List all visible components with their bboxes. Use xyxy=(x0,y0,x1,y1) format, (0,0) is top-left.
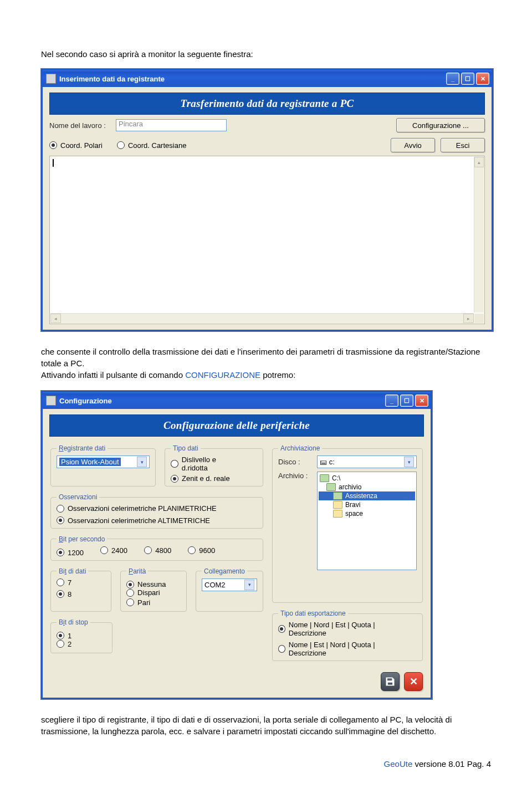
dir-assistenza[interactable]: Assistenza xyxy=(319,491,415,500)
radio-4800[interactable]: 4800 xyxy=(144,546,171,555)
radio-dispari[interactable]: Dispari xyxy=(126,588,160,597)
collegamento-select[interactable]: COM2 ▾ xyxy=(202,578,257,591)
radio-export-b[interactable]: Nome | Est | Nord | Quota | Descrizione xyxy=(278,641,402,657)
data-list-area[interactable]: ▴ ◂ ▸ xyxy=(49,156,485,324)
close-button[interactable]: ✕ xyxy=(415,395,428,407)
folder-icon xyxy=(320,474,329,482)
titlebar-2[interactable]: Configurazione _ ☐ ✕ xyxy=(43,392,431,409)
fieldset-esportazione: Tipo dati esportazione Nome | Nord | Est… xyxy=(272,610,423,661)
radio-7[interactable]: 7 xyxy=(57,578,71,587)
legend-registrante: Registrante dati xyxy=(57,444,108,452)
radio-dot-icon xyxy=(57,516,64,524)
legend-par: Parità xyxy=(126,567,148,575)
radio-zenit[interactable]: Zenit e d. reale xyxy=(171,474,230,483)
folder-icon xyxy=(333,510,342,518)
dir-space[interactable]: space xyxy=(319,509,415,518)
banner-2: Configurazione delle periferiche xyxy=(49,414,424,437)
radio-pari[interactable]: Pari xyxy=(126,598,150,607)
archivio-label: Archivio : xyxy=(278,472,317,570)
radio-dot-icon xyxy=(117,141,125,149)
radio-polari[interactable]: Coord. Polari xyxy=(49,141,103,150)
scroll-right-icon[interactable]: ▸ xyxy=(463,314,474,323)
radio-stop-1[interactable]: 1 xyxy=(57,632,71,640)
esci-button[interactable]: Esci xyxy=(441,138,485,152)
radio-dot-icon xyxy=(126,581,134,588)
scroll-left-icon[interactable]: ◂ xyxy=(50,314,61,323)
fieldset-collegamento: Collegamento COM2 ▾ xyxy=(196,567,263,612)
window-configurazione: Configurazione _ ☐ ✕ Configurazione dell… xyxy=(41,391,432,699)
radio-dislivello[interactable]: Dislivello e d.ridotta xyxy=(171,455,243,472)
fieldset-bit-stop: Bit di stop 1 2 xyxy=(50,618,112,653)
legend-exp: Tipo dati esportazione xyxy=(278,610,348,617)
job-input[interactable]: Pincara xyxy=(116,119,227,131)
fieldset-archiviazione: Archiviazione Disco : 🖴 c: ▾ Archivio : … xyxy=(272,444,423,603)
caption-2: scegliere il tipo di registrante, il tip… xyxy=(41,714,491,737)
fieldset-registrante: Registrante dati Psion Work-About ▾ xyxy=(50,444,156,487)
vertical-scrollbar[interactable]: ▴ xyxy=(474,157,484,313)
radio-dot-icon xyxy=(144,546,152,554)
dir-root[interactable]: C:\ xyxy=(319,474,415,483)
config-button[interactable]: Configurazione ... xyxy=(396,118,485,132)
radio-nessuna[interactable]: Nessuna xyxy=(126,580,166,588)
radio-dot-icon xyxy=(57,590,64,598)
legend-tipo: Tipo dati xyxy=(171,444,201,452)
intro-text: Nel secondo caso si aprirà a monitor la … xyxy=(41,49,491,59)
radio-planimetriche[interactable]: Osservazioni celerimetriche PLANIMETRICH… xyxy=(57,504,217,513)
radio-dot-icon xyxy=(57,632,64,639)
save-button[interactable] xyxy=(381,672,400,691)
fieldset-parita: Parità Nessuna Dispari Pari xyxy=(120,567,187,612)
window-inserimento: Inserimento dati da registrante _ ☐ ✕ Tr… xyxy=(41,69,493,331)
radio-dot-icon xyxy=(57,505,64,513)
radio-9600[interactable]: 9600 xyxy=(188,546,215,555)
minimize-button[interactable]: _ xyxy=(446,73,459,85)
radio-export-a[interactable]: Nome | Nord | Est | Quota | Descrizione xyxy=(278,621,402,637)
directory-list[interactable]: C:\ archivio Assistenza Bravi space xyxy=(317,472,417,570)
legend-oss: Osservazioni xyxy=(57,493,99,501)
horizontal-scrollbar[interactable]: ◂ ▸ xyxy=(50,313,474,323)
radio-stop-2[interactable]: 2 xyxy=(57,640,71,648)
radio-dot-icon xyxy=(278,625,285,633)
radio-dot-icon xyxy=(278,645,285,653)
radio-2400[interactable]: 2400 xyxy=(100,546,127,555)
radio-dot-icon xyxy=(57,640,64,648)
radio-dot-icon xyxy=(171,475,178,483)
folder-icon xyxy=(333,501,342,509)
radio-cartesiane[interactable]: Coord. Cartesiane xyxy=(117,141,187,150)
app-icon xyxy=(46,74,56,84)
registrante-select[interactable]: Psion Work-About ▾ xyxy=(57,455,150,468)
radio-1200[interactable]: 1200 xyxy=(57,549,84,557)
minimize-button[interactable]: _ xyxy=(385,395,398,407)
maximize-button[interactable]: ☐ xyxy=(461,73,474,85)
radio-8[interactable]: 8 xyxy=(57,590,71,598)
job-label: Nome del lavoro : xyxy=(49,121,116,130)
fieldset-bps: Bit per secondo 1200 2400 4800 9600 xyxy=(50,535,263,561)
fieldset-bit-dati: Bit di dati 7 8 xyxy=(50,567,111,612)
radio-dot-icon xyxy=(126,589,134,597)
close-button[interactable]: ✕ xyxy=(476,73,489,85)
radio-altimetriche[interactable]: Osservazioni celerimetriche ALTIMETRICHE xyxy=(57,516,210,525)
radio-dot-icon xyxy=(49,141,57,149)
radio-dot-icon xyxy=(126,598,134,606)
cancel-button[interactable]: ✕ xyxy=(404,672,423,691)
disco-select[interactable]: 🖴 c: ▾ xyxy=(317,455,417,468)
scroll-up-icon[interactable]: ▴ xyxy=(474,157,484,167)
maximize-button[interactable]: ☐ xyxy=(400,395,413,407)
chevron-down-icon: ▾ xyxy=(404,457,414,467)
win1-title: Inserimento dati da registrante xyxy=(59,75,444,83)
banner-1: Trasferimento dati da registrante a PC xyxy=(49,93,485,115)
radio-dot-icon xyxy=(57,578,64,586)
legend-bd: Bit di dati xyxy=(57,567,88,575)
titlebar-1[interactable]: Inserimento dati da registrante _ ☐ ✕ xyxy=(43,70,492,87)
legend-bs: Bit di stop xyxy=(57,618,90,626)
win2-title: Configurazione xyxy=(59,397,383,405)
disco-label: Disco : xyxy=(278,458,317,466)
radio-dot-icon xyxy=(100,546,108,554)
dir-archivio[interactable]: archivio xyxy=(319,483,415,491)
legend-coll: Collegamento xyxy=(202,567,247,575)
dir-bravi[interactable]: Bravi xyxy=(319,500,415,509)
floppy-icon xyxy=(385,676,396,687)
radio-dot-icon xyxy=(57,549,64,556)
avvio-button[interactable]: Avvio xyxy=(391,138,435,152)
radio-dot-icon xyxy=(188,546,196,554)
fieldset-tipo-dati: Tipo dati Dislivello e d.ridotta Zenit e… xyxy=(165,444,263,487)
